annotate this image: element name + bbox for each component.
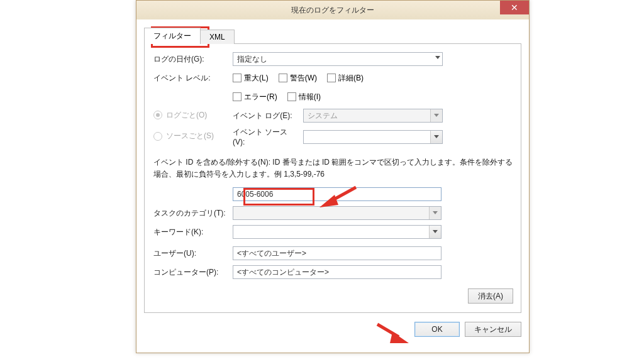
event-id-input[interactable] — [233, 187, 441, 201]
user-input[interactable] — [233, 246, 441, 260]
chevron-down-icon — [429, 226, 441, 238]
radio-icon — [153, 132, 162, 141]
cancel-button-label: キャンセル — [474, 324, 512, 335]
label-event-log: イベント ログ(E): — [233, 111, 298, 121]
clear-button[interactable]: 消去(A) — [468, 288, 513, 304]
tab-xml-label: XML — [209, 33, 225, 41]
label-logged: ログの日付(G): — [153, 54, 233, 65]
filter-panel: ログの日付(G): 指定なし イベント レベル: — [144, 43, 521, 313]
close-button[interactable]: ✕ — [500, 1, 529, 14]
label-level: イベント レベル: — [153, 73, 233, 84]
clear-button-label: 消去(A) — [478, 291, 503, 302]
label-task-category: タスクのカテゴリ(T): — [153, 208, 233, 219]
radio-by-log[interactable]: ログごと(O) — [153, 110, 207, 121]
tab-filter[interactable]: フィルター — [144, 28, 201, 44]
radio-by-log-label: ログごと(O) — [166, 110, 207, 121]
checkbox-icon — [233, 74, 242, 82]
chevron-down-icon — [429, 207, 441, 219]
event-log-selected: システム — [308, 111, 338, 121]
check-error-label: エラー(R) — [244, 92, 277, 102]
radio-by-source[interactable]: ソースごと(S) — [153, 131, 214, 141]
label-event-source: イベント ソース(V): — [233, 127, 298, 146]
chevron-down-icon — [430, 109, 442, 122]
dialog-buttons: OK キャンセル — [144, 322, 521, 337]
radio-by-source-label: ソースごと(S) — [166, 131, 214, 141]
checkbox-icon — [233, 92, 242, 101]
check-warning-label: 警告(W) — [290, 73, 317, 84]
chevron-down-icon — [435, 55, 440, 60]
window-title: 現在のログをフィルター — [291, 5, 374, 16]
label-user: ユーザー(U): — [153, 248, 233, 259]
event-log-dropdown[interactable]: システム — [303, 109, 443, 123]
titlebar: 現在のログをフィルター ✕ — [136, 1, 529, 19]
check-verbose[interactable]: 詳細(B) — [327, 73, 364, 84]
tab-xml[interactable]: XML — [200, 30, 235, 44]
computer-input[interactable] — [233, 265, 441, 279]
tab-filter-label: フィルター — [153, 31, 191, 40]
close-icon: ✕ — [511, 3, 518, 12]
radio-icon — [153, 111, 162, 119]
label-keywords: キーワード(K): — [153, 227, 233, 238]
tabs: フィルター XML — [144, 26, 521, 43]
check-critical-label: 重大(L) — [244, 73, 269, 84]
dialog-content: フィルター XML ログの日付(G): 指定なし — [136, 19, 529, 342]
check-error[interactable]: エラー(R) — [233, 92, 277, 102]
checkbox-icon — [287, 92, 296, 101]
filter-log-dialog: 現在のログをフィルター ✕ フィルター XML ログの日付(G): — [136, 0, 530, 353]
checkbox-icon — [279, 74, 287, 82]
chevron-down-icon — [430, 131, 442, 143]
check-info[interactable]: 情報(I) — [287, 92, 321, 102]
event-source-dropdown[interactable] — [303, 130, 443, 144]
task-category-dropdown[interactable] — [233, 206, 441, 220]
logged-selected: 指定なし — [237, 54, 267, 65]
check-critical[interactable]: 重大(L) — [233, 73, 269, 84]
logged-dropdown[interactable]: 指定なし — [233, 52, 443, 66]
event-id-help: イベント ID を含める/除外する(N): ID 番号または ID 範囲をコンマ… — [153, 156, 513, 180]
check-info-label: 情報(I) — [299, 92, 321, 102]
ok-button[interactable]: OK — [414, 322, 460, 337]
cancel-button[interactable]: キャンセル — [465, 322, 521, 337]
checkbox-icon — [327, 74, 336, 82]
check-verbose-label: 詳細(B) — [338, 73, 364, 84]
check-warning[interactable]: 警告(W) — [279, 73, 317, 84]
ok-button-label: OK — [431, 325, 442, 334]
keywords-dropdown[interactable] — [233, 225, 441, 239]
label-computer: コンピューター(P): — [153, 267, 233, 278]
